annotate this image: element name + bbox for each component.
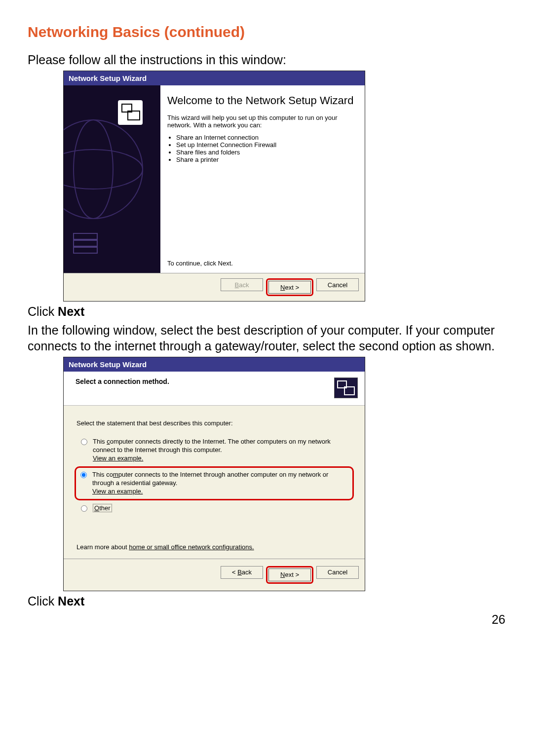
- radio-option-direct[interactable]: This computer connects directly to the I…: [76, 435, 352, 466]
- list-item: Share an Internet connection: [176, 134, 356, 141]
- wizard-step-title: Select a connection method.: [76, 378, 169, 385]
- wizard-feature-list: Share an Internet connection Set up Inte…: [176, 134, 356, 163]
- radio-option-other[interactable]: Other: [76, 501, 352, 516]
- learn-more-link[interactable]: home or small office network configurati…: [129, 543, 254, 551]
- highlight-selected-option: This computer connects to the Internet t…: [75, 466, 354, 500]
- click-next-2: Click Next: [28, 594, 505, 608]
- wizard-sidebar-graphic: [64, 85, 160, 273]
- learn-more-text: Learn more about home or small office ne…: [76, 543, 352, 551]
- cancel-button[interactable]: Cancel: [316, 278, 359, 291]
- intro-text: Please follow all the instructions in th…: [28, 52, 505, 68]
- wizard-heading: Welcome to the Network Setup Wizard: [167, 94, 356, 107]
- list-item: Share a printer: [176, 156, 356, 163]
- network-setup-wizard-connection: Network Setup Wizard Select a connection…: [63, 357, 365, 591]
- next-button[interactable]: Next >: [268, 281, 311, 294]
- back-button: Back: [221, 278, 263, 291]
- highlight-next: Next >: [266, 278, 313, 296]
- second-paragraph: In the following window, select the best…: [28, 323, 505, 354]
- radio-direct-input[interactable]: [81, 439, 87, 445]
- radio-option-gateway[interactable]: This computer connects to the Internet t…: [76, 468, 352, 499]
- continue-hint: To continue, click Next.: [167, 240, 356, 267]
- view-example-link[interactable]: View an example.: [92, 488, 350, 496]
- list-item: Set up Internet Connection Firewall: [176, 141, 356, 149]
- window-title: Network Setup Wizard: [64, 71, 365, 85]
- list-item: Share files and folders: [176, 149, 356, 156]
- select-prompt: Select the statement that best describes…: [76, 419, 352, 427]
- radio-other-input[interactable]: [81, 505, 87, 512]
- svg-rect-0: [64, 85, 160, 273]
- next-button[interactable]: Next >: [268, 568, 311, 581]
- section-title: Networking Basics (continued): [28, 24, 505, 40]
- wizard-description: This wizard will help you set up this co…: [167, 114, 356, 129]
- highlight-next: Next >: [266, 566, 313, 584]
- page-number: 26: [28, 612, 505, 627]
- back-button[interactable]: < Back: [221, 566, 263, 579]
- network-setup-wizard-welcome: Network Setup Wizard Wel: [63, 71, 365, 302]
- radio-gateway-input[interactable]: [80, 472, 87, 478]
- view-example-link[interactable]: View an example.: [93, 454, 350, 463]
- computers-icon: [334, 378, 358, 398]
- click-next-1: Click Next: [28, 304, 505, 319]
- window-title: Network Setup Wizard: [64, 357, 365, 372]
- cancel-button[interactable]: Cancel: [316, 566, 359, 579]
